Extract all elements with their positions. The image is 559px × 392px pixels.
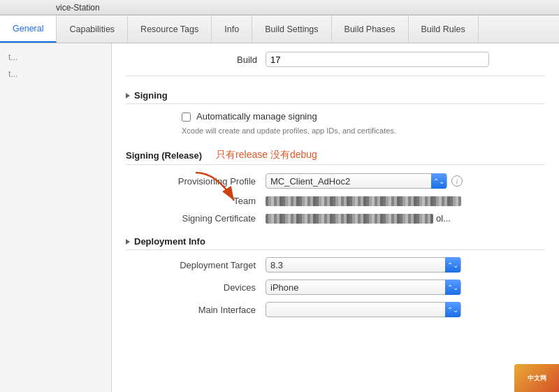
signing-certificate-blurred <box>266 214 433 224</box>
deployment-target-row: Deployment Target 8.3 ⌃⌄ <box>126 257 545 273</box>
provisioning-profile-info-icon[interactable]: i <box>451 175 463 187</box>
tab-build-settings[interactable]: Build Settings <box>252 15 331 43</box>
deployment-section-title: Deployment Info <box>134 236 205 247</box>
provisioning-profile-label: Provisioning Profile <box>126 176 266 187</box>
devices-value-area: iPhone ⌃⌄ <box>266 280 545 295</box>
provisioning-profile-selected: MC_Client_AdHoc2 <box>270 176 431 187</box>
signing-section: Signing Automatically manage signing Xco… <box>126 90 545 136</box>
signing-certificate-suffix: ol... <box>436 213 451 224</box>
devices-selected: iPhone <box>270 282 298 293</box>
auto-manage-area: Automatically manage signing Xcode will … <box>182 111 545 136</box>
team-row: Team <box>126 196 545 206</box>
signing-release-section: Signing (Release) 只有release 没有debug Prov… <box>126 149 545 224</box>
deployment-section: Deployment Info Deployment Target 8.3 ⌃⌄… <box>126 236 545 317</box>
signing-release-header: Signing (Release) 只有release 没有debug <box>126 149 545 165</box>
main-interface-arrow-icon: ⌃⌄ <box>445 302 460 317</box>
signing-certificate-label: Signing Certificate <box>126 213 266 224</box>
provisioning-profile-arrow-icon: ⌃⌄ <box>431 173 447 189</box>
signing-section-header: Signing <box>126 90 545 104</box>
tab-build-phases[interactable]: Build Phases <box>332 15 409 43</box>
deployment-target-dropdown[interactable]: 8.3 ⌃⌄ <box>266 257 461 273</box>
devices-dropdown[interactable]: iPhone ⌃⌄ <box>266 280 461 295</box>
build-input[interactable] <box>266 52 489 67</box>
main-interface-row: Main Interface ⌃⌄ <box>126 302 545 317</box>
sidebar: t... t... <box>0 43 112 392</box>
annotation-text: 只有release 没有debug <box>216 149 317 161</box>
tab-resource-tags[interactable]: Resource Tags <box>128 15 212 43</box>
signing-certificate-value-area: ol... <box>266 213 545 224</box>
tab-bar: General Capabilities Resource Tags Info … <box>0 15 559 43</box>
provisioning-profile-row: Provisioning Profile MC_Client_AdHoc2 ⌃⌄… <box>126 173 545 189</box>
signing-certificate-row: Signing Certificate ol... <box>126 213 545 224</box>
deployment-section-header: Deployment Info <box>126 236 545 250</box>
tab-info[interactable]: Info <box>212 15 252 43</box>
settings-panel: Build Signing Automatically manage signi… <box>112 43 559 392</box>
auto-manage-checkbox-row: Automatically manage signing <box>182 111 396 122</box>
build-row: Build <box>126 52 545 76</box>
main-interface-label: Main Interface <box>126 305 266 315</box>
tab-general[interactable]: General <box>0 15 57 43</box>
deployment-target-value-area: 8.3 ⌃⌄ <box>266 257 545 273</box>
deployment-target-arrow-icon: ⌃⌄ <box>445 257 460 273</box>
team-value-area <box>266 196 545 206</box>
title-text: vice-Station <box>56 3 100 13</box>
signing-release-title: Signing (Release) <box>126 150 202 161</box>
signing-triangle-icon[interactable] <box>126 93 130 99</box>
provisioning-profile-dropdown[interactable]: MC_Client_AdHoc2 ⌃⌄ <box>266 173 447 189</box>
deployment-target-label: Deployment Target <box>126 260 266 270</box>
signing-section-title: Signing <box>134 90 168 101</box>
title-bar: vice-Station <box>0 0 559 15</box>
team-label: Team <box>126 196 266 206</box>
auto-manage-row: Automatically manage signing Xcode will … <box>126 111 545 136</box>
deployment-triangle-icon[interactable] <box>126 239 130 245</box>
auto-manage-label: Automatically manage signing <box>196 111 317 122</box>
team-blurred-value <box>266 196 461 206</box>
main-interface-dropdown[interactable]: ⌃⌄ <box>266 302 461 317</box>
devices-arrow-icon: ⌃⌄ <box>445 280 460 295</box>
devices-row: Devices iPhone ⌃⌄ <box>126 280 545 295</box>
tab-capabilities[interactable]: Capabilities <box>57 15 128 43</box>
watermark-text: 中文网 <box>528 374 546 383</box>
auto-manage-checkbox[interactable] <box>182 112 191 122</box>
watermark: 中文网 <box>514 364 559 392</box>
tab-build-rules[interactable]: Build Rules <box>409 15 479 43</box>
auto-manage-desc: Xcode will create and update profiles, a… <box>182 126 396 136</box>
sidebar-item-1[interactable]: t... <box>0 49 111 66</box>
main-content: t... t... Build Signing Automatically ma… <box>0 43 559 392</box>
deployment-target-selected: 8.3 <box>270 260 283 270</box>
sidebar-item-2[interactable]: t... <box>0 66 111 82</box>
main-interface-value-area: ⌃⌄ <box>266 302 545 317</box>
devices-label: Devices <box>126 282 266 293</box>
build-label: Build <box>126 55 266 65</box>
signing-certificate-value: ol... <box>266 213 451 224</box>
provisioning-profile-value-area: MC_Client_AdHoc2 ⌃⌄ i <box>266 173 545 189</box>
